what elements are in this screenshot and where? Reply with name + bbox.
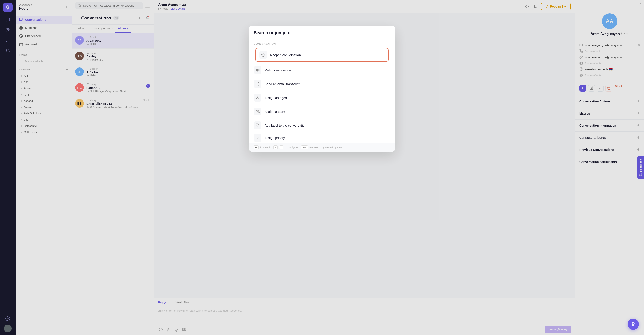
modal-section-label: Conversation xyxy=(248,40,396,47)
assign-agent-modal-icon xyxy=(254,94,262,102)
search-jump-modal: Search or jump to Conversation Reopen co… xyxy=(248,26,396,152)
esc-key: esc xyxy=(301,146,308,149)
modal-overlay[interactable]: Search or jump to Conversation Reopen co… xyxy=(0,0,644,335)
email-transcript-label: Send an email transcript xyxy=(264,82,300,86)
hoory-fab-button[interactable] xyxy=(628,318,639,330)
modal-search-header: Search or jump to xyxy=(248,26,396,40)
modal-footer-select: ↵ to select xyxy=(254,146,270,149)
svg-rect-47 xyxy=(632,325,634,326)
modal-footer: ↵ to select ↓ ↑ to navigate esc to close… xyxy=(248,143,396,152)
reopen-modal-icon xyxy=(259,51,267,59)
nav-up-key: ↑ xyxy=(279,146,284,149)
add-label-text: Add label to the conversation xyxy=(264,124,306,127)
assign-priority-modal-icon xyxy=(254,134,262,142)
modal-footer-navigate: ↓ ↑ to navigate xyxy=(274,146,298,149)
assign-team-modal-icon xyxy=(254,108,262,116)
hoory-fab-icon xyxy=(630,321,636,327)
svg-point-46 xyxy=(632,323,634,324)
mute-label: Mute conversation xyxy=(264,68,291,72)
backspace-icon xyxy=(322,146,324,149)
modal-footer-close: esc to close xyxy=(301,146,318,149)
svg-point-40 xyxy=(257,96,258,98)
add-label-modal-icon xyxy=(254,122,262,129)
email-transcript-modal-icon xyxy=(254,80,262,88)
modal-title: Search or jump to xyxy=(254,30,390,35)
svg-marker-35 xyxy=(256,69,258,71)
svg-point-41 xyxy=(256,110,258,111)
modal-footer-parent: move to parent xyxy=(322,146,342,149)
modal-item-email-transcript[interactable]: Send an email transcript xyxy=(248,77,396,91)
mute-modal-icon xyxy=(254,66,262,74)
modal-item-mute[interactable]: Mute conversation xyxy=(248,63,396,77)
assign-agent-label: Assign an agent xyxy=(264,96,288,100)
select-key: ↵ xyxy=(254,146,259,149)
modal-item-assign-agent[interactable]: Assign an agent xyxy=(248,91,396,104)
modal-item-add-label[interactable]: Add label to the conversation xyxy=(248,118,396,132)
nav-down-key: ↓ xyxy=(274,146,278,149)
reopen-label: Reopen conversation xyxy=(270,53,301,57)
modal-item-assign-priority[interactable]: Assign priority xyxy=(248,132,396,143)
modal-item-reopen[interactable]: Reopen conversation xyxy=(256,48,388,62)
assign-team-label: Assign a team xyxy=(264,110,285,114)
modal-item-assign-team[interactable]: Assign a team xyxy=(248,104,396,118)
assign-priority-label: Assign priority xyxy=(264,136,285,140)
